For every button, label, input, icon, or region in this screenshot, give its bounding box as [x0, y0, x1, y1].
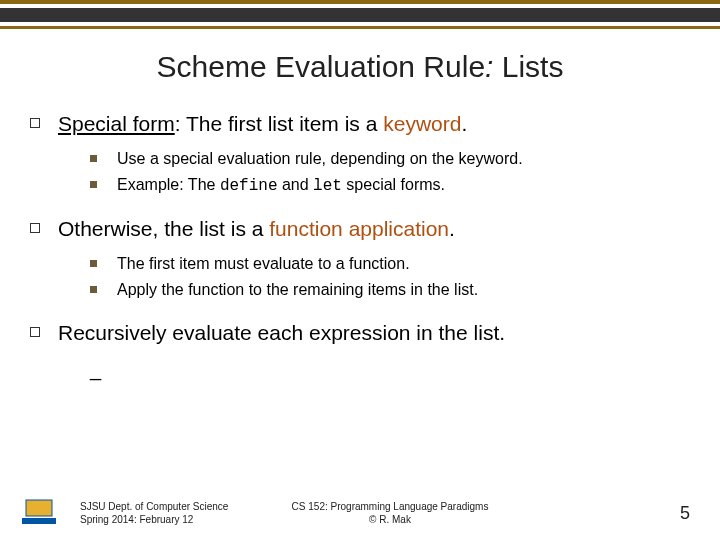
sub-text: Use a special evaluation rule, depending… [117, 148, 523, 170]
accent-bar-top [0, 0, 720, 4]
slide-content: Special form: The first list item is a k… [30, 110, 690, 381]
footer-dept: SJSU Dept. of Computer Science Spring 20… [80, 500, 228, 526]
svg-rect-1 [22, 518, 56, 524]
square-bullet-icon [30, 223, 40, 233]
accent-bar-bottom [0, 26, 720, 29]
filled-square-icon [90, 260, 97, 267]
filled-square-icon [90, 286, 97, 293]
title-pre: Scheme Evaluation Rule [157, 50, 486, 83]
bullet-3: Recursively evaluate each expression in … [30, 319, 690, 347]
title-post: Lists [502, 50, 564, 83]
dash-placeholder: _ [90, 358, 690, 381]
bullet-2-sub: The first item must evaluate to a functi… [90, 253, 690, 301]
title-sep: : [485, 50, 502, 83]
bullet-1-text: Special form: The first list item is a k… [58, 110, 467, 138]
bullet-2-text: Otherwise, the list is a function applic… [58, 215, 455, 243]
sub-bullet: Example: The define and let special form… [90, 174, 690, 197]
sub-bullet: Apply the function to the remaining item… [90, 279, 690, 301]
footer-course: CS 152: Programming Language Paradigms ©… [260, 500, 520, 526]
svg-rect-0 [26, 500, 52, 516]
square-bullet-icon [30, 327, 40, 337]
sub-text: Apply the function to the remaining item… [117, 279, 478, 301]
bullet-3-text: Recursively evaluate each expression in … [58, 319, 505, 347]
sub-text: The first item must evaluate to a functi… [117, 253, 410, 275]
slide-title: Scheme Evaluation Rule: Lists [0, 50, 720, 84]
bullet-1: Special form: The first list item is a k… [30, 110, 690, 138]
sub-text: Example: The define and let special form… [117, 174, 445, 197]
square-bullet-icon [30, 118, 40, 128]
sub-bullet: The first item must evaluate to a functi… [90, 253, 690, 275]
filled-square-icon [90, 155, 97, 162]
page-number: 5 [680, 503, 690, 524]
bullet-1-sub: Use a special evaluation rule, depending… [90, 148, 690, 197]
sub-bullet: Use a special evaluation rule, depending… [90, 148, 690, 170]
sjsu-logo [22, 496, 56, 524]
bullet-2: Otherwise, the list is a function applic… [30, 215, 690, 243]
filled-square-icon [90, 181, 97, 188]
dark-bar [0, 8, 720, 22]
